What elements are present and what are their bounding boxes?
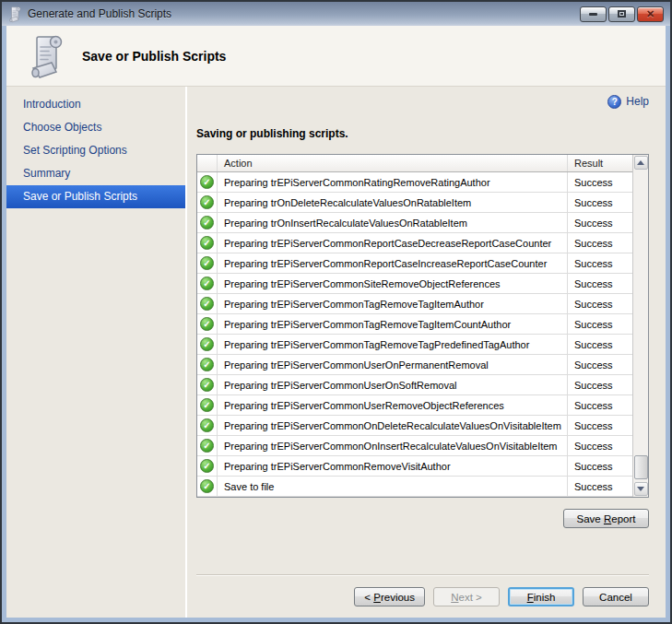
success-check-icon [200, 398, 214, 412]
table-row[interactable]: Save to file Success [197, 477, 632, 497]
table-row[interactable]: Preparing trOnDeleteRecalculateValuesOnR… [197, 193, 632, 213]
table-row[interactable]: Preparing trEPiServerCommonRemoveVisitAu… [197, 456, 632, 477]
wizard-window: Generate and Publish Scripts ✕ Save or P… [0, 0, 672, 624]
table-row[interactable]: Preparing trEPiServerCommonOnInsertRecal… [197, 436, 632, 456]
help-question-icon: ? [607, 95, 621, 109]
table-row[interactable]: Preparing trEPiServerCommonUserOnSoftRem… [197, 375, 632, 395]
chevron-down-icon [637, 487, 644, 491]
action-cell: Preparing trEPiServerCommonUserRemoveObj… [218, 395, 568, 415]
result-cell: Success [568, 274, 632, 293]
action-cell: Preparing trEPiServerCommonReportCaseDec… [218, 233, 568, 253]
table-row[interactable]: Preparing trEPiServerCommonReportCaseInc… [197, 253, 632, 274]
sidebar-item-save-or-publish-scripts[interactable]: Save or Publish Scripts [6, 185, 185, 208]
success-check-icon [200, 358, 214, 371]
table-row[interactable]: Preparing trEPiServerCommonUserOnPermane… [197, 355, 632, 375]
status-text: Saving or publishing scripts. [196, 127, 649, 140]
success-check-icon [200, 277, 214, 290]
action-cell: Preparing trEPiServerCommonTagRemoveTagI… [218, 314, 568, 334]
maximize-button[interactable] [608, 6, 635, 22]
script-scroll-icon [8, 6, 22, 23]
close-icon: ✕ [646, 9, 654, 19]
table-row[interactable]: Preparing trEPiServerCommonTagRemoveTagI… [197, 314, 632, 335]
wizard-header: Save or Publish Scripts [6, 26, 666, 87]
result-cell: Success [568, 355, 632, 374]
result-cell: Success [568, 436, 632, 455]
success-check-icon [200, 236, 214, 250]
scrollbar-thumb[interactable] [634, 455, 648, 479]
success-check-icon [200, 195, 214, 209]
results-table: Action Result Preparing trEPiServerCommo… [196, 154, 649, 498]
result-cell: Success [568, 213, 632, 232]
results-table-body: Preparing trEPiServerCommonRatingRemoveR… [197, 172, 632, 497]
success-check-icon [200, 418, 214, 432]
action-cell: Preparing trEPiServerCommonUserOnSoftRem… [218, 375, 568, 394]
action-cell: Preparing trEPiServerCommonOnDeleteRecal… [218, 416, 568, 435]
script-scroll-icon [29, 32, 65, 80]
result-cell: Success [568, 253, 632, 273]
success-check-icon [200, 256, 214, 270]
table-row[interactable]: Preparing trEPiServerCommonTagRemoveTagP… [197, 335, 632, 355]
next-button: Next > [433, 587, 500, 606]
save-report-button[interactable]: Save Report [563, 509, 649, 528]
close-button[interactable]: ✕ [637, 6, 664, 22]
action-cell: Preparing trEPiServerCommonSiteRemoveObj… [218, 274, 568, 293]
success-check-icon [200, 297, 214, 311]
action-cell: Preparing trEPiServerCommonOnInsertRecal… [218, 436, 568, 455]
minimize-icon [589, 13, 597, 16]
result-cell: Success [568, 335, 632, 354]
previous-button[interactable]: < Previous [354, 587, 425, 606]
table-scrollbar[interactable] [632, 155, 648, 497]
action-cell: Preparing trOnInsertRecalculateValuesOnR… [218, 213, 568, 232]
action-cell: Preparing trEPiServerCommonTagRemoveTagI… [218, 294, 568, 313]
titlebar[interactable]: Generate and Publish Scripts ✕ [2, 2, 670, 26]
help-link[interactable]: Help [626, 95, 649, 108]
cancel-button[interactable]: Cancel [583, 587, 649, 606]
table-row[interactable]: Preparing trOnInsertRecalculateValuesOnR… [197, 213, 632, 233]
result-cell: Success [568, 172, 632, 192]
scroll-down-button[interactable] [634, 482, 648, 496]
chevron-up-icon [637, 160, 644, 165]
success-check-icon [200, 317, 214, 331]
result-cell: Success [568, 456, 632, 476]
result-cell: Success [568, 416, 632, 435]
table-row[interactable]: Preparing trEPiServerCommonRatingRemoveR… [197, 172, 632, 193]
result-cell: Success [568, 294, 632, 313]
success-check-icon [200, 479, 214, 493]
action-cell: Preparing trEPiServerCommonReportCaseInc… [218, 253, 568, 273]
table-row[interactable]: Preparing trEPiServerCommonTagRemoveTagI… [197, 294, 632, 314]
minimize-button[interactable] [580, 6, 607, 22]
success-check-icon [200, 439, 214, 453]
result-cell: Success [568, 193, 632, 212]
table-header: Action Result [197, 155, 632, 172]
success-check-icon [200, 337, 214, 351]
wizard-steps-sidebar: Introduction Choose Objects Set Scriptin… [6, 87, 187, 618]
success-check-icon [200, 378, 214, 392]
action-cell: Preparing trEPiServerCommonTagRemoveTagP… [218, 335, 568, 354]
sidebar-item-set-scripting-options[interactable]: Set Scripting Options [6, 139, 185, 162]
result-column-header[interactable]: Result [568, 155, 632, 171]
action-cell: Preparing trOnDeleteRecalculateValuesOnR… [218, 193, 568, 212]
table-row[interactable]: Preparing trEPiServerCommonUserRemoveObj… [197, 395, 632, 416]
action-cell: Save to file [218, 477, 568, 496]
wizard-navigation: < Previous Next > Finish Cancel [196, 576, 649, 618]
window-frame: Save or Publish Scripts Introduction Cho… [2, 26, 670, 622]
maximize-icon [618, 10, 626, 18]
result-cell: Success [568, 314, 632, 334]
table-row[interactable]: Preparing trEPiServerCommonReportCaseDec… [197, 233, 632, 253]
success-check-icon [200, 216, 214, 230]
result-cell: Success [568, 477, 632, 496]
scroll-up-button[interactable] [634, 156, 648, 170]
icon-column-header [197, 155, 218, 171]
finish-button[interactable]: Finish [508, 587, 574, 606]
sidebar-item-introduction[interactable]: Introduction [6, 93, 185, 116]
sidebar-item-choose-objects[interactable]: Choose Objects [6, 116, 185, 139]
success-check-icon [200, 459, 214, 473]
main-panel: ? Help Saving or publishing scripts. Act… [187, 87, 666, 618]
action-column-header[interactable]: Action [218, 155, 568, 171]
table-row[interactable]: Preparing trEPiServerCommonSiteRemoveObj… [197, 274, 632, 294]
page-title: Save or Publish Scripts [82, 49, 226, 64]
result-cell: Success [568, 375, 632, 394]
success-check-icon [200, 175, 214, 189]
table-row[interactable]: Preparing trEPiServerCommonOnDeleteRecal… [197, 416, 632, 436]
sidebar-item-summary[interactable]: Summary [6, 162, 185, 185]
